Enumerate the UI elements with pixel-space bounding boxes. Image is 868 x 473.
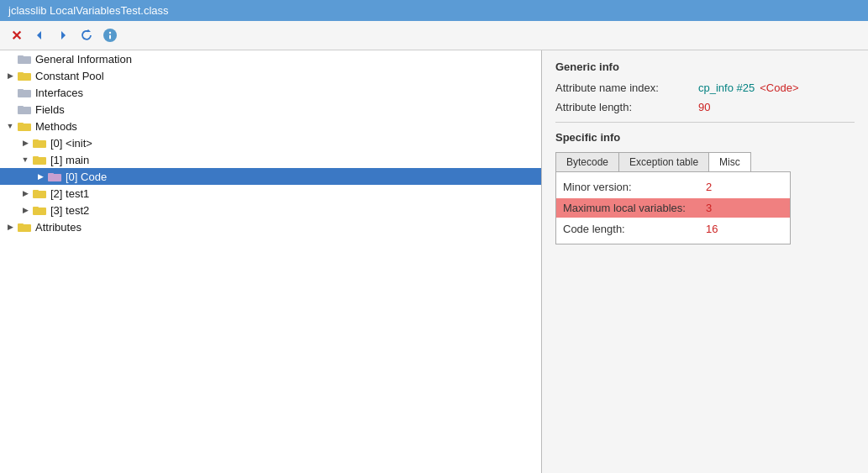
section-divider xyxy=(555,122,855,123)
arrow-constant-pool: ▶ xyxy=(3,69,17,82)
max-local-vars-value: 3 xyxy=(706,202,712,214)
generic-info-section: Generic info Attribute name index: cp_in… xyxy=(555,60,855,113)
file-icon-fields xyxy=(17,103,32,115)
tab-exception-table[interactable]: Exception table xyxy=(619,153,709,171)
tree-label-init: [0] <init> xyxy=(50,137,92,150)
svg-rect-17 xyxy=(33,139,39,142)
code-length-row: Code length: 16 xyxy=(563,223,783,235)
tree-label-fields: Fields xyxy=(35,103,65,116)
arrow-general-info xyxy=(3,52,17,66)
specific-info-title: Specific info xyxy=(555,131,855,144)
attribute-name-value2: <Code> xyxy=(760,81,798,94)
file-icon-interfaces xyxy=(17,87,32,98)
attribute-length-label: Attribute length: xyxy=(555,101,698,113)
tree-item-methods[interactable]: ▼ Methods xyxy=(0,118,541,134)
svg-rect-9 xyxy=(18,72,24,75)
arrow-main: ▼ xyxy=(18,153,32,166)
folder-icon-init xyxy=(32,137,47,149)
tree-item-fields[interactable]: Fields xyxy=(0,101,541,118)
tab-content-misc: Minor version: 2 Maximum local variables… xyxy=(555,171,791,244)
arrow-test1: ▶ xyxy=(18,187,32,200)
svg-marker-1 xyxy=(61,31,66,39)
tree-item-main[interactable]: ▼ [1] main xyxy=(0,151,541,168)
tree-panel: General Information ▶ Constant Pool Inte… xyxy=(0,50,542,473)
tree-label-interfaces: Interfaces xyxy=(35,87,83,99)
file-icon-general-info xyxy=(17,53,32,65)
tree-item-constant-pool[interactable]: ▶ Constant Pool xyxy=(0,67,541,84)
max-local-vars-row: Maximum local variables: 3 xyxy=(556,198,790,218)
attribute-name-label: Attribute name index: xyxy=(555,81,698,94)
svg-rect-19 xyxy=(33,156,39,159)
minor-version-label: Minor version: xyxy=(563,181,706,193)
code-length-value: 16 xyxy=(706,223,718,235)
arrow-interfaces xyxy=(3,86,17,99)
forward-button[interactable] xyxy=(52,24,74,46)
max-local-vars-label: Maximum local variables: xyxy=(563,202,706,214)
tree-label-code: [0] Code xyxy=(66,171,107,183)
attribute-length-value: 90 xyxy=(698,101,710,113)
tree-label-attributes: Attributes xyxy=(35,221,82,234)
info-button[interactable] xyxy=(99,24,121,46)
tree-item-test2[interactable]: ▶ [3] test2 xyxy=(0,202,541,218)
close-button[interactable]: ✕ xyxy=(5,24,27,46)
tree-item-general-info[interactable]: General Information xyxy=(0,50,541,67)
folder-icon-code xyxy=(47,171,62,182)
arrow-methods: ▼ xyxy=(3,119,17,133)
tree-label-test1: [2] test1 xyxy=(50,187,89,200)
tree-label-constant-pool: Constant Pool xyxy=(35,70,104,82)
attribute-length-row: Attribute length: 90 xyxy=(555,101,855,113)
tree-item-interfaces[interactable]: Interfaces xyxy=(0,84,541,101)
tree-label-main: [1] main xyxy=(50,154,89,166)
minor-version-row: Minor version: 2 xyxy=(563,181,783,193)
folder-icon-constant-pool xyxy=(17,70,32,81)
folder-icon-test1 xyxy=(32,187,47,199)
tab-bar: Bytecode Exception table Misc xyxy=(555,152,751,171)
detail-panel: Generic info Attribute name index: cp_in… xyxy=(542,50,868,473)
attribute-name-row: Attribute name index: cp_info #25 <Code> xyxy=(555,81,855,94)
toolbar: ✕ xyxy=(0,21,868,50)
refresh-button[interactable] xyxy=(76,24,97,46)
tree-label-test2: [3] test2 xyxy=(50,204,89,217)
specific-info-section: Specific info Bytecode Exception table M… xyxy=(555,131,855,244)
svg-rect-5 xyxy=(109,35,111,39)
tree-label-methods: Methods xyxy=(35,120,77,133)
tree-item-init[interactable]: ▶ [0] <init> xyxy=(0,134,541,151)
svg-rect-7 xyxy=(18,55,24,58)
generic-info-title: Generic info xyxy=(555,60,855,73)
title-label: jclasslib LocalVariablesTest.class xyxy=(8,4,169,17)
arrow-code: ▶ xyxy=(34,170,47,183)
main-layout: General Information ▶ Constant Pool Inte… xyxy=(0,50,868,473)
svg-rect-11 xyxy=(18,89,24,92)
svg-rect-21 xyxy=(48,173,54,176)
attribute-name-value1[interactable]: cp_info #25 xyxy=(698,81,755,94)
svg-rect-23 xyxy=(33,190,39,192)
svg-marker-0 xyxy=(37,31,41,39)
arrow-test2: ▶ xyxy=(18,203,32,217)
tree-label-general-info: General Information xyxy=(35,53,132,66)
folder-icon-attributes xyxy=(17,221,32,233)
tab-misc[interactable]: Misc xyxy=(709,153,750,171)
tree-item-attributes[interactable]: ▶ Attributes xyxy=(0,218,541,235)
tab-bytecode[interactable]: Bytecode xyxy=(556,153,619,171)
tree-item-code[interactable]: ▶ [0] Code xyxy=(0,168,541,185)
arrow-attributes: ▶ xyxy=(3,220,17,234)
arrow-init: ▶ xyxy=(18,136,32,150)
code-length-label: Code length: xyxy=(563,223,706,235)
svg-rect-27 xyxy=(18,223,24,226)
folder-icon-test2 xyxy=(32,204,47,216)
back-button[interactable] xyxy=(29,24,50,46)
tree-item-test1[interactable]: ▶ [2] test1 xyxy=(0,185,541,202)
arrow-fields xyxy=(3,102,17,116)
title-bar: jclasslib LocalVariablesTest.class xyxy=(0,0,868,21)
minor-version-value: 2 xyxy=(706,181,712,193)
svg-rect-15 xyxy=(18,123,24,125)
svg-rect-13 xyxy=(18,106,24,108)
folder-icon-main xyxy=(32,154,47,166)
folder-icon-methods xyxy=(17,120,32,132)
svg-point-4 xyxy=(109,32,111,34)
svg-rect-25 xyxy=(33,207,39,209)
